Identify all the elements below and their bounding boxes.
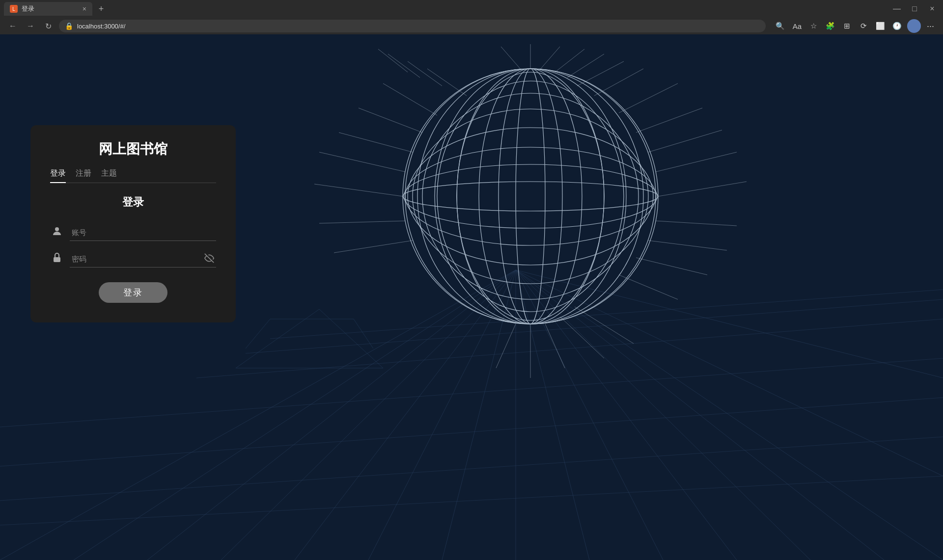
lock-icon — [50, 252, 64, 267]
svg-rect-79 — [54, 257, 60, 262]
refresh-button[interactable]: ↻ — [41, 19, 55, 33]
reader-mode-button[interactable]: Aa — [790, 19, 804, 33]
toggle-password-visibility[interactable] — [204, 253, 214, 266]
minimize-button[interactable]: — — [890, 2, 904, 16]
nav-tools: 🔍 Aa ☆ 🧩 ⊞ ⟳ ⬜ 🕐 ··· — [774, 19, 937, 33]
tab-login[interactable]: 登录 — [50, 168, 66, 183]
address-bar[interactable]: 🔒 localhost:3000/#/ — [59, 20, 766, 32]
tab-bar: L 登录 × + — □ × — [0, 0, 943, 18]
profile-button[interactable] — [907, 19, 921, 33]
password-group — [50, 251, 216, 267]
tab-close-button[interactable]: × — [83, 5, 86, 12]
close-window-button[interactable]: × — [925, 2, 939, 16]
extensions-button[interactable]: 🧩 — [824, 19, 837, 33]
page-content: 网上图书馆 登录 注册 主题 登录 — [0, 34, 943, 560]
password-wrapper — [70, 251, 216, 267]
tab-register[interactable]: 注册 — [76, 168, 91, 183]
card-title: 网上图书馆 — [50, 140, 216, 159]
svg-point-78 — [55, 227, 59, 231]
browser-chrome: L 登录 × + — □ × ← → ↻ 🔒 localhost:3000/#/… — [0, 0, 943, 34]
tab-favicon: L — [10, 5, 18, 13]
tab-label: 登录 — [22, 4, 34, 13]
card-tabs: 登录 注册 主题 — [50, 168, 216, 183]
login-card: 网上图书馆 登录 注册 主题 登录 — [30, 125, 236, 322]
new-tab-button[interactable]: + — [94, 2, 108, 16]
history-button[interactable]: 🕐 — [890, 19, 904, 33]
back-button[interactable]: ← — [6, 19, 20, 33]
forward-button[interactable]: → — [24, 19, 37, 33]
nav-bar: ← → ↻ 🔒 localhost:3000/#/ 🔍 Aa ☆ 🧩 ⊞ ⟳ ⬜… — [0, 18, 943, 34]
active-tab[interactable]: L 登录 × — [4, 2, 92, 16]
favorites-button[interactable]: ☆ — [807, 19, 821, 33]
more-options-button[interactable]: ··· — [924, 20, 937, 32]
search-button[interactable]: 🔍 — [774, 19, 787, 33]
maximize-button[interactable]: □ — [908, 2, 921, 16]
security-icon: 🔒 — [65, 22, 73, 30]
username-input[interactable] — [70, 224, 216, 241]
address-text: localhost:3000/#/ — [77, 23, 125, 30]
browser-sync-button[interactable]: ⟳ — [857, 19, 871, 33]
collections-button[interactable]: ⊞ — [840, 19, 854, 33]
password-input[interactable] — [70, 251, 216, 267]
split-screen-button[interactable]: ⬜ — [874, 19, 888, 33]
form-title: 登录 — [50, 195, 216, 210]
login-submit-button[interactable]: 登录 — [99, 282, 167, 303]
tab-theme[interactable]: 主题 — [101, 168, 117, 183]
user-icon — [50, 225, 64, 240]
username-group — [50, 224, 216, 241]
